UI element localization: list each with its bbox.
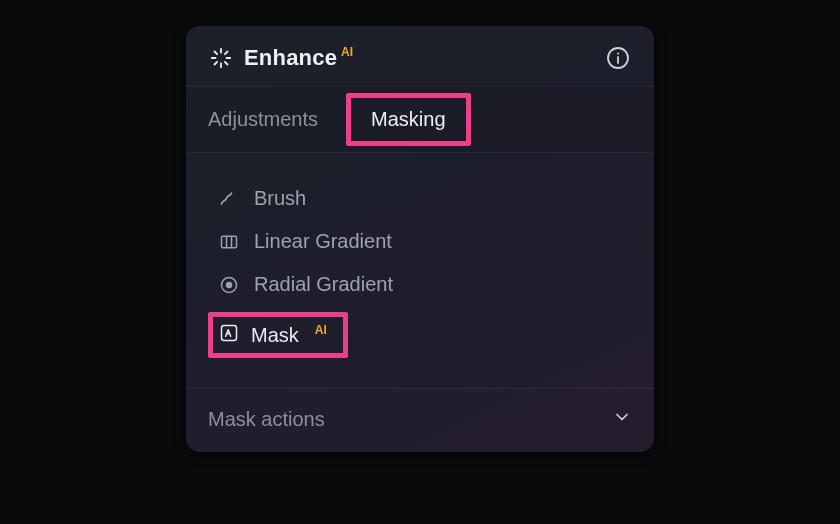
mask-actions-row[interactable]: Mask actions (186, 389, 654, 452)
ai-badge: AI (315, 323, 327, 337)
panel-header: Enhance AI (186, 26, 654, 86)
tabs: Adjustments Masking (186, 86, 654, 153)
linear-gradient-icon (218, 231, 240, 253)
svg-point-10 (617, 53, 619, 55)
svg-rect-11 (222, 236, 237, 248)
tab-masking[interactable]: Masking (371, 108, 445, 131)
svg-point-15 (227, 282, 232, 287)
tool-label: Linear Gradient (254, 230, 392, 253)
tab-masking-highlight: Masking (346, 93, 470, 146)
radial-gradient-icon (218, 274, 240, 296)
tool-label: Radial Gradient (254, 273, 393, 296)
svg-line-2 (215, 52, 218, 55)
svg-line-3 (225, 62, 228, 65)
ai-mask-icon (219, 323, 239, 347)
svg-line-7 (225, 52, 228, 55)
sparkle-icon (208, 45, 234, 71)
masking-tools: Brush Linear Gradient Radial Gradient (186, 153, 654, 389)
tool-linear-gradient[interactable]: Linear Gradient (208, 220, 644, 263)
enhance-panel: Enhance AI Adjustments Masking Brush (186, 26, 654, 452)
svg-line-6 (215, 62, 218, 65)
tool-radial-gradient[interactable]: Radial Gradient (208, 263, 644, 306)
tool-label: Brush (254, 187, 306, 210)
brush-icon (218, 188, 240, 210)
panel-title: Enhance (244, 45, 337, 71)
tool-mask-ai[interactable]: Mask (251, 324, 299, 347)
ai-badge: AI (341, 45, 353, 59)
mask-actions-label: Mask actions (208, 408, 325, 431)
tab-adjustments[interactable]: Adjustments (208, 92, 336, 147)
info-button[interactable] (604, 44, 632, 72)
tool-brush[interactable]: Brush (208, 177, 644, 220)
chevron-down-icon (612, 407, 632, 432)
tool-mask-ai-highlight: Mask AI (208, 312, 348, 358)
